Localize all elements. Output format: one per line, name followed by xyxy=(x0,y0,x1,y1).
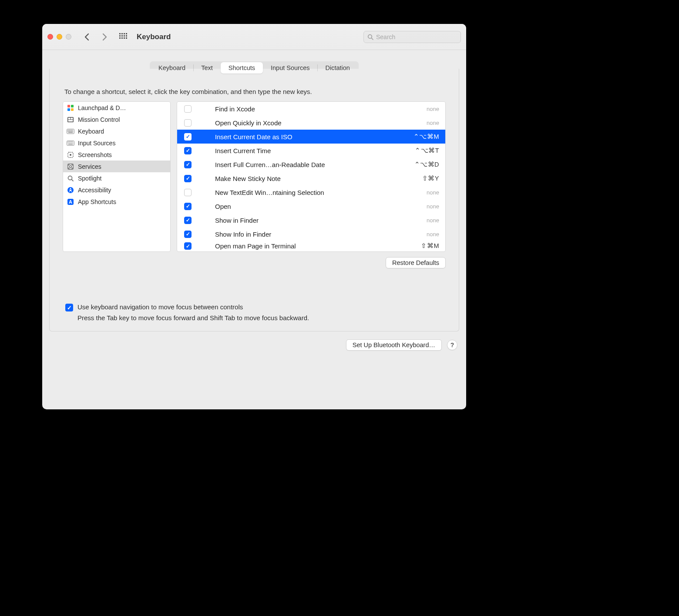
svg-rect-39 xyxy=(72,141,73,142)
search-input[interactable] xyxy=(376,33,457,40)
svg-rect-38 xyxy=(71,141,72,142)
restore-defaults-button[interactable]: Restore Defaults xyxy=(386,257,446,268)
svg-rect-24 xyxy=(69,130,70,131)
svg-rect-14 xyxy=(67,105,70,107)
svg-point-53 xyxy=(70,188,71,189)
category-keyboard[interactable]: Keyboard xyxy=(63,125,170,137)
mission-control-icon xyxy=(67,116,74,124)
svg-rect-11 xyxy=(126,37,127,39)
svg-rect-21 xyxy=(68,120,73,121)
shortcut-row[interactable]: Open man Page in Terminal ⇧⌘M xyxy=(177,241,445,251)
shortcut-checkbox[interactable] xyxy=(184,242,192,250)
category-screenshots[interactable]: Screenshots xyxy=(63,149,170,161)
svg-line-13 xyxy=(372,38,373,40)
category-app-shortcuts[interactable]: A App Shortcuts xyxy=(63,196,170,208)
category-input-sources[interactable]: Input Sources xyxy=(63,137,170,149)
svg-rect-4 xyxy=(119,35,121,37)
tab-text[interactable]: Text xyxy=(193,62,221,74)
shortcut-row[interactable]: Show Info in Finder none xyxy=(177,227,445,241)
shortcut-row[interactable]: Open none xyxy=(177,199,445,213)
svg-rect-35 xyxy=(68,141,69,142)
close-window-button[interactable] xyxy=(47,34,53,40)
shortcut-row[interactable]: Insert Full Curren…an-Readable Date ⌃⌥⌘D xyxy=(177,157,445,171)
svg-rect-40 xyxy=(68,144,73,144)
shortcut-row-selected[interactable]: Insert Current Date as ISO ⌃⌥⌘M xyxy=(177,130,445,144)
svg-rect-3 xyxy=(126,33,127,34)
page-title: Keyboard xyxy=(137,33,171,41)
shortcut-row[interactable]: Make New Sticky Note ⇧⌘Y xyxy=(177,171,445,185)
shortcut-checkbox[interactable] xyxy=(184,217,192,224)
svg-point-45 xyxy=(70,166,71,167)
shortcut-checkbox[interactable] xyxy=(184,189,192,196)
svg-rect-20 xyxy=(71,117,73,119)
launchpad-icon xyxy=(67,104,74,112)
shortcut-list[interactable]: Find in Xcode none Open Quickly in Xcode… xyxy=(177,101,446,252)
category-services[interactable]: Services xyxy=(63,161,170,172)
keyboard-icon xyxy=(67,127,74,135)
shortcut-checkbox[interactable] xyxy=(184,203,192,210)
spotlight-icon xyxy=(67,174,74,182)
svg-rect-5 xyxy=(121,35,123,37)
shortcut-checkbox[interactable] xyxy=(184,119,192,127)
svg-rect-1 xyxy=(121,33,123,34)
shortcut-row[interactable]: Open Quickly in Xcode none xyxy=(177,116,445,130)
svg-rect-2 xyxy=(124,33,125,34)
shortcut-checkbox[interactable] xyxy=(184,161,192,168)
svg-rect-26 xyxy=(71,130,72,131)
category-launchpad[interactable]: Launchpad & D… xyxy=(63,102,170,114)
svg-rect-34 xyxy=(67,141,74,145)
svg-rect-16 xyxy=(67,108,70,111)
svg-rect-6 xyxy=(124,35,125,37)
preferences-window: Keyboard Keyboard Text Shortcuts Input S… xyxy=(42,24,466,409)
shortcut-checkbox[interactable] xyxy=(184,105,192,113)
svg-rect-27 xyxy=(72,130,73,131)
svg-rect-17 xyxy=(71,108,74,111)
setup-bluetooth-keyboard-button[interactable]: Set Up Bluetooth Keyboard… xyxy=(346,339,442,351)
svg-rect-19 xyxy=(68,117,71,119)
svg-rect-8 xyxy=(119,37,121,39)
back-button[interactable] xyxy=(80,30,94,44)
search-field[interactable] xyxy=(363,31,461,43)
category-spotlight[interactable]: Spotlight xyxy=(63,172,170,184)
shortcut-checkbox[interactable] xyxy=(184,133,192,141)
svg-rect-7 xyxy=(126,35,127,37)
zoom-window-button[interactable] xyxy=(66,34,71,40)
search-icon xyxy=(367,34,373,40)
svg-rect-28 xyxy=(68,131,69,132)
shortcut-row[interactable]: Insert Current Time ⌃⌥⌘T xyxy=(177,144,445,157)
forward-button[interactable] xyxy=(97,30,111,44)
services-icon xyxy=(67,163,74,171)
category-accessibility[interactable]: Accessibility xyxy=(63,184,170,196)
category-list[interactable]: Launchpad & D… Mission Control Keyboard xyxy=(63,101,171,252)
show-all-icon[interactable] xyxy=(118,31,129,43)
footer: Set Up Bluetooth Keyboard… ? xyxy=(42,339,466,360)
tab-keyboard[interactable]: Keyboard xyxy=(151,62,193,74)
svg-rect-37 xyxy=(70,141,71,142)
help-button[interactable]: ? xyxy=(447,340,457,350)
shortcut-row[interactable]: Show in Finder none xyxy=(177,213,445,227)
tab-shortcuts[interactable]: Shortcuts xyxy=(221,62,263,74)
keyboard-navigation-checkbox[interactable] xyxy=(65,304,73,311)
app-shortcuts-icon: A xyxy=(67,198,74,206)
shortcut-checkbox[interactable] xyxy=(184,231,192,238)
keyboard-navigation-option: Use keyboard navigation to move focus be… xyxy=(65,303,446,321)
svg-rect-10 xyxy=(124,37,125,39)
svg-rect-31 xyxy=(71,131,72,132)
svg-rect-30 xyxy=(70,131,71,132)
svg-rect-36 xyxy=(69,141,70,142)
svg-rect-33 xyxy=(68,132,73,133)
screenshots-icon xyxy=(67,151,74,159)
accessibility-icon xyxy=(67,186,74,194)
category-mission-control[interactable]: Mission Control xyxy=(63,114,170,125)
minimize-window-button[interactable] xyxy=(57,34,62,40)
shortcut-checkbox[interactable] xyxy=(184,147,192,154)
titlebar: Keyboard xyxy=(42,24,466,50)
shortcut-row[interactable]: New TextEdit Win…ntaining Selection none xyxy=(177,185,445,199)
tab-dictation[interactable]: Dictation xyxy=(317,62,357,74)
svg-rect-0 xyxy=(119,33,121,34)
svg-rect-9 xyxy=(121,37,123,39)
shortcut-row[interactable]: Find in Xcode none xyxy=(177,102,445,116)
content-area: To change a shortcut, select it, click t… xyxy=(49,69,459,331)
shortcut-checkbox[interactable] xyxy=(184,175,192,182)
tab-input-sources[interactable]: Input Sources xyxy=(263,62,317,74)
